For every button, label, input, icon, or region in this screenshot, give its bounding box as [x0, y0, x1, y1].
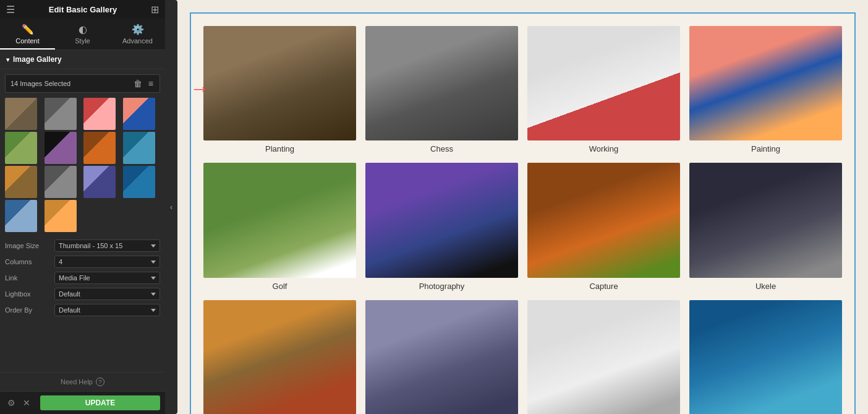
images-selected-bar: 14 Images Selected 🗑 ≡ [5, 74, 160, 93]
need-help-section: Need Help ? [0, 372, 165, 391]
settings-icon-button[interactable]: ⚙ [5, 397, 18, 409]
gallery-item-painting[interactable]: Painting [689, 26, 842, 153]
gallery-image-photo2 [365, 300, 518, 415]
sidebar-tabs: ✏️ Content ◐ Style ⚙️ Advanced [0, 19, 165, 50]
gallery-image-planting [203, 26, 356, 140]
gallery-item-art[interactable]: Art [203, 300, 356, 415]
thumbnail-13[interactable] [5, 200, 37, 232]
gallery-image-chess [365, 26, 518, 140]
gallery-item-photo1[interactable]: Photography [365, 163, 518, 290]
gallery-canvas: PlantingChessWorkingPaintingGolfPhotogra… [190, 12, 856, 414]
thumbnail-10[interactable] [45, 166, 77, 198]
gallery-label-painting: Painting [751, 144, 780, 153]
gallery-item-surfing[interactable]: Surfing [689, 300, 842, 415]
gallery-item-chess[interactable]: Chess [365, 26, 518, 153]
control-label-columns: Columns [5, 258, 54, 265]
gallery-image-surfing [689, 300, 842, 415]
control-row-columns: Columns4 [5, 256, 160, 268]
control-select-image-size[interactable]: Thumbnail - 150 x 15 [54, 239, 160, 252]
grid-icon[interactable]: ⊞ [151, 4, 159, 15]
thumbnail-9[interactable] [5, 166, 37, 198]
gallery-item-photo2[interactable]: Photography [365, 300, 518, 415]
gallery-label-chess: Chess [430, 144, 453, 153]
tab-content-label: Content [15, 37, 40, 45]
gallery-image-working2 [527, 300, 680, 415]
gallery-item-planting[interactable]: Planting [203, 26, 356, 153]
controls-panel: Image SizeThumbnail - 150 x 15Columns4Li… [0, 235, 165, 372]
gallery-image-working [527, 26, 680, 140]
gallery-image-ukele [689, 163, 842, 277]
thumbnail-8[interactable] [123, 132, 155, 164]
tab-style[interactable]: ◐ Style [55, 19, 110, 50]
update-button[interactable]: UPDATE [40, 395, 160, 410]
thumbnail-14[interactable] [45, 200, 77, 232]
gallery-label-golf: Golf [273, 282, 287, 291]
gallery-item-capture[interactable]: Capture [527, 163, 680, 290]
gallery-label-working: Working [589, 144, 618, 153]
advanced-tab-icon: ⚙️ [132, 24, 144, 35]
thumbnail-4[interactable] [123, 98, 155, 130]
control-label-order-by: Order By [5, 306, 54, 314]
gallery-label-planting: Planting [265, 144, 294, 153]
section-label: Image Gallery [13, 55, 62, 64]
control-select-columns[interactable]: 4 [54, 256, 160, 268]
tab-advanced[interactable]: ⚙️ Advanced [110, 19, 165, 50]
grid-view-button[interactable]: ≡ [147, 77, 155, 90]
control-select-order-by[interactable]: Default [54, 304, 160, 316]
gallery-item-ukele[interactable]: Ukele [689, 163, 842, 290]
images-selected-label: 14 Images Selected [11, 80, 129, 87]
sidebar-header: ☰ Edit Basic Gallery ⊞ [0, 0, 165, 19]
gallery-label-photo1: Photography [419, 282, 465, 291]
delete-images-button[interactable]: 🗑 [132, 77, 143, 90]
need-help-label: Need Help [61, 378, 93, 386]
tab-content[interactable]: ✏️ Content [0, 19, 55, 50]
bottom-bar: ⚙ ✕ UPDATE [0, 391, 165, 414]
sidebar: ☰ Edit Basic Gallery ⊞ ✏️ Content ◐ Styl… [0, 0, 165, 414]
thumbnail-2[interactable] [45, 98, 77, 130]
hamburger-icon[interactable]: ☰ [6, 4, 15, 15]
control-row-lightbox: LightboxDefault [5, 288, 160, 300]
main-content: → PlantingChessWorkingPaintingGolfPhotog… [177, 0, 868, 414]
gallery-image-photo1 [365, 163, 518, 277]
control-row-image-size: Image SizeThumbnail - 150 x 15 [5, 239, 160, 252]
tab-advanced-label: Advanced [122, 37, 153, 45]
thumbnail-11[interactable] [83, 166, 116, 198]
thumbnail-grid [0, 95, 165, 235]
image-gallery-section[interactable]: ▾ Image Gallery [0, 50, 165, 69]
control-label-link: Link [5, 274, 54, 282]
tab-style-label: Style [75, 37, 90, 45]
gallery-image-painting [689, 26, 842, 140]
control-label-image-size: Image Size [5, 242, 54, 249]
thumbnail-3[interactable] [83, 98, 116, 130]
gallery-image-art [203, 300, 356, 415]
collapse-handle[interactable]: ‹ [165, 0, 177, 414]
gallery-label-ukele: Ukele [755, 282, 776, 291]
control-row-link: LinkMedia File [5, 272, 160, 284]
gallery-image-capture [527, 163, 680, 277]
gallery-item-working[interactable]: Working [527, 26, 680, 153]
gallery-label-capture: Capture [589, 282, 618, 291]
control-select-link[interactable]: Media File [54, 272, 160, 284]
sidebar-title: Edit Basic Gallery [49, 5, 117, 14]
close-icon-button[interactable]: ✕ [20, 397, 33, 409]
gallery-item-golf[interactable]: Golf [203, 163, 356, 290]
control-select-lightbox[interactable]: Default [54, 288, 160, 300]
gallery-image-golf [203, 163, 356, 277]
gallery-item-working2[interactable]: Working [527, 300, 680, 415]
style-tab-icon: ◐ [79, 24, 87, 35]
thumbnail-6[interactable] [45, 132, 77, 164]
thumbnail-1[interactable] [5, 98, 37, 130]
help-icon[interactable]: ? [96, 377, 104, 386]
thumbnail-7[interactable] [83, 132, 116, 164]
thumbnail-5[interactable] [5, 132, 37, 164]
thumbnail-12[interactable] [123, 166, 155, 198]
gallery-grid: PlantingChessWorkingPaintingGolfPhotogra… [203, 26, 842, 414]
content-tab-icon: ✏️ [22, 24, 34, 35]
control-label-lightbox: Lightbox [5, 290, 54, 298]
chevron-icon: ▾ [6, 56, 9, 63]
control-row-order-by: Order ByDefault [5, 304, 160, 316]
